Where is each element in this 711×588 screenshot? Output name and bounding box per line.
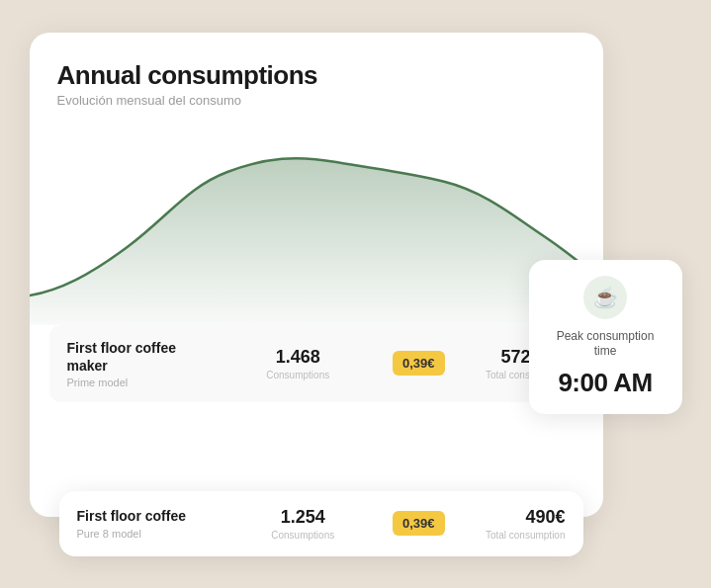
device-row-1: First floor coffee maker Prime model 1.4… <box>49 325 583 402</box>
device-rows: First floor coffee maker Prime model 1.4… <box>30 325 603 402</box>
price-badge-1: 0,39€ <box>393 351 445 376</box>
card-subtitle: Evolución mensual del consumo <box>57 93 576 108</box>
peak-label: Peak consumption time <box>545 329 667 360</box>
stat-consumptions-2: 1.254 Consumptions <box>225 507 381 541</box>
stat-consumptions-1: 1.468 Consumptions <box>216 347 381 380</box>
device-name-1: First floor coffee maker <box>67 339 216 375</box>
app-container: Annual consumptions Evolución mensual de… <box>30 33 682 556</box>
peak-time: 9:00 AM <box>545 368 667 398</box>
device-info-2: First floor coffee Pure 8 model <box>77 507 225 539</box>
price-badge-2: 0,39€ <box>393 511 445 536</box>
device-name-2: First floor coffee <box>77 507 225 525</box>
consumptions-value-1: 1.468 <box>216 347 381 368</box>
peak-icon: ☕ <box>583 276 627 319</box>
total-value-2: 490€ <box>457 507 566 528</box>
peak-card: ☕ Peak consumption time 9:00 AM <box>529 260 682 414</box>
chart-area <box>30 118 603 325</box>
chart-svg <box>30 118 603 325</box>
card-title: Annual consumptions <box>57 60 576 91</box>
main-card: Annual consumptions Evolución mensual de… <box>30 33 603 517</box>
total-label-2: Total consumption <box>457 530 566 541</box>
device-info-1: First floor coffee maker Prime model <box>67 339 216 388</box>
device-model-1: Prime model <box>67 377 216 388</box>
consumptions-label-2: Consumptions <box>225 530 381 541</box>
total-block-2: 490€ Total consumption <box>457 507 566 541</box>
device-model-2: Pure 8 model <box>77 528 225 540</box>
card-header: Annual consumptions Evolución mensual de… <box>30 33 603 108</box>
device-row-2: First floor coffee Pure 8 model 1.254 Co… <box>59 491 583 556</box>
consumptions-label-1: Consumptions <box>216 370 381 380</box>
consumptions-value-2: 1.254 <box>225 507 381 528</box>
